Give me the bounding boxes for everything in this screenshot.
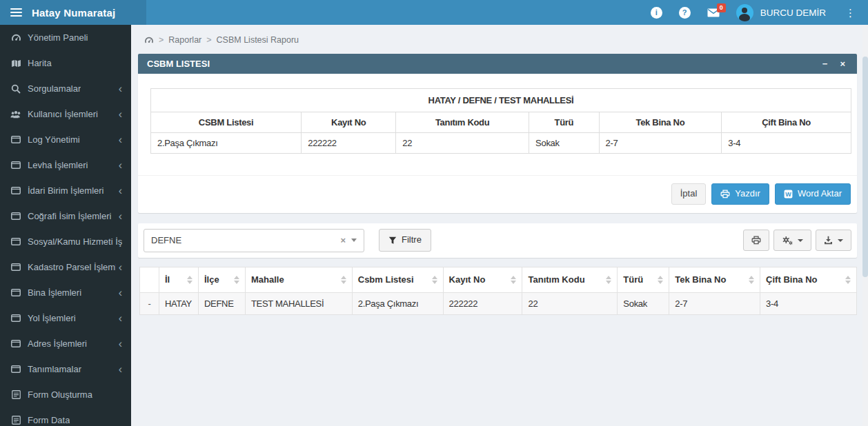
district-select[interactable]: DEFNE × <box>144 229 364 252</box>
sidebar: Yönetim Paneli Harita Sorgulamalar ‹ Kul… <box>0 25 131 426</box>
dashboard-icon <box>10 33 21 42</box>
messages-button[interactable]: 0 <box>707 8 720 17</box>
sidebar-item-form-olusturma[interactable]: Form Oluşturma <box>0 382 131 407</box>
search-icon <box>10 84 21 94</box>
window-icon <box>10 263 21 271</box>
chevron-left-icon: ‹ <box>116 134 122 145</box>
funnel-icon <box>388 236 397 245</box>
results-table: İl İlçe Mahalle Csbm Listesi Kayıt No Ta… <box>139 267 857 315</box>
sort-icon <box>506 276 516 284</box>
print-button[interactable]: Yazdır <box>711 183 769 205</box>
sidebar-item-sosyal-kamu-hizmeti-islemleri[interactable]: Sosyal/Kamu Hizmeti İşlemleri <box>0 229 131 254</box>
col-cift-bina-no[interactable]: Çift Bina No <box>760 267 857 292</box>
col-kayit-no[interactable]: Kayıt No <box>443 267 522 292</box>
sidebar-item-yonetim-paneli[interactable]: Yönetim Paneli <box>0 25 131 50</box>
col-csbm-listesi[interactable]: Csbm Listesi <box>352 267 443 292</box>
sort-icon <box>230 276 239 284</box>
cell-tanitim-kodu: 22 <box>522 292 618 314</box>
window-icon <box>10 289 21 296</box>
panel-header: CSBM LISTESI − × <box>138 54 857 74</box>
col-ilce[interactable]: İlçe <box>198 267 245 292</box>
report-header-row: CSBM Listesi Kayıt No Tanıtım Kodu Türü … <box>151 112 851 133</box>
col-tek-bina-no[interactable]: Tek Bina No <box>669 267 760 292</box>
brand-block: Hatay Numarataj <box>0 0 146 25</box>
cell-turu: Sokak <box>618 292 669 314</box>
results-table-container: İl İlçe Mahalle Csbm Listesi Kayıt No Ta… <box>139 267 857 315</box>
download-icon <box>824 236 833 245</box>
col-mahalle[interactable]: Mahalle <box>245 267 352 292</box>
results-header-row: İl İlçe Mahalle Csbm Listesi Kayıt No Ta… <box>140 267 857 292</box>
table-print-button[interactable] <box>743 230 769 251</box>
close-icon[interactable]: × <box>840 59 845 68</box>
table-row: - HATAY DEFNE TEST MAHALLESİ 2.Paşa Çıkm… <box>140 292 857 314</box>
scrollbar-thumb[interactable] <box>862 57 868 277</box>
user-menu[interactable]: BURCU DEMİR <box>736 4 826 21</box>
panel-tools: − × <box>822 59 848 68</box>
breadcrumb: > Raporlar > CSBM Listesi Raporu <box>138 25 857 54</box>
window-icon <box>10 365 21 373</box>
sidebar-item-log-yonetimi[interactable]: Log Yönetimi ‹ <box>0 127 131 152</box>
printer-icon <box>720 190 730 199</box>
sidebar-item-tanimlamalar[interactable]: Tanımlamalar ‹ <box>0 356 131 382</box>
cell-csbm-listesi: 2.Paşa Çıkmazı <box>352 292 443 314</box>
report-cell: 22 <box>396 133 529 154</box>
sidebar-item-kullanici-islemleri[interactable]: Kullanıcı İşlemleri ‹ <box>0 101 131 127</box>
sidebar-item-kadastro-parsel-islemleri[interactable]: Kadastro Parsel İşlemleri ‹ <box>0 254 131 280</box>
sidebar-item-cografi-isim-islemleri[interactable]: Coğrafi İsim İşlemleri ‹ <box>0 203 131 229</box>
user-name: BURCU DEMİR <box>760 8 826 18</box>
window-icon <box>10 314 21 322</box>
chevron-left-icon: ‹ <box>116 287 122 298</box>
help-icon[interactable]: ? <box>679 7 691 19</box>
col-tanitim-kodu[interactable]: Tanıtım Kodu <box>522 267 618 292</box>
sidebar-item-harita[interactable]: Harita <box>0 50 131 76</box>
sort-icon <box>183 276 193 284</box>
kebab-menu-icon[interactable]: ⋮ <box>842 6 858 19</box>
table-export-button[interactable] <box>816 230 851 251</box>
breadcrumb-raporlar[interactable]: Raporlar <box>168 35 201 45</box>
sidebar-item-yol-islemleri[interactable]: Yol İşlemleri ‹ <box>0 305 131 331</box>
table-settings-button[interactable] <box>773 230 811 251</box>
window-icon <box>10 161 21 169</box>
csbm-report-panel: CSBM LISTESI − × HATAY / DEFNE / TEST MA… <box>138 54 857 213</box>
window-icon <box>10 212 21 220</box>
chevron-left-icon: ‹ <box>116 262 122 273</box>
row-expand-control[interactable]: - <box>140 292 159 314</box>
sidebar-item-levha-islemleri[interactable]: Levha İşlemleri ‹ <box>0 152 131 178</box>
sidebar-item-sorgulamalar[interactable]: Sorgulamalar ‹ <box>0 76 131 101</box>
window-icon <box>10 238 21 245</box>
filter-button[interactable]: Filtre <box>379 229 431 252</box>
sidebar-toggle-icon[interactable] <box>0 0 32 25</box>
chevron-down-icon <box>798 239 803 242</box>
chevron-left-icon: ‹ <box>116 313 122 324</box>
window-icon <box>10 136 21 143</box>
report-table: HATAY / DEFNE / TEST MAHALLESİ CSBM List… <box>150 88 851 154</box>
info-icon[interactable]: i <box>651 7 662 19</box>
sort-icon <box>428 276 437 284</box>
chevron-left-icon: ‹ <box>116 211 122 222</box>
sidebar-item-form-data[interactable]: Form Data <box>0 407 131 426</box>
sidebar-item-idari-birim-islemleri[interactable]: İdari Birim İşlemleri ‹ <box>0 178 131 203</box>
users-icon <box>10 110 21 119</box>
sidebar-item-adres-islemleri[interactable]: Adres İşlemleri ‹ <box>0 331 131 356</box>
cell-ilce: DEFNE <box>198 292 245 314</box>
sort-icon <box>653 276 663 284</box>
table-toolbar <box>743 230 851 251</box>
minimize-icon[interactable]: − <box>822 59 828 68</box>
clear-selection-icon[interactable]: × <box>335 235 351 245</box>
col-il[interactable]: İl <box>159 267 198 292</box>
sort-icon <box>602 276 611 284</box>
report-col-cift-bina-no: Çift Bina No <box>722 112 851 133</box>
report-col-csbm-listesi: CSBM Listesi <box>151 112 302 133</box>
district-select-value: DEFNE <box>151 235 181 245</box>
cancel-button[interactable]: İptal <box>671 183 707 205</box>
chevron-left-icon: ‹ <box>116 83 122 94</box>
sidebar-item-bina-islemleri[interactable]: Bina İşlemleri ‹ <box>0 280 131 305</box>
form-icon <box>10 416 21 425</box>
col-turu[interactable]: Türü <box>618 267 669 292</box>
breadcrumb-current-page: CSBM Listesi Raporu <box>217 35 299 45</box>
word-export-button[interactable]: W Word Aktar <box>775 183 851 205</box>
filter-bar: DEFNE × Filtre <box>138 223 857 258</box>
vertical-scrollbar[interactable] <box>862 25 868 426</box>
form-icon <box>10 390 21 399</box>
cell-cift-bina-no: 3-4 <box>760 292 857 314</box>
